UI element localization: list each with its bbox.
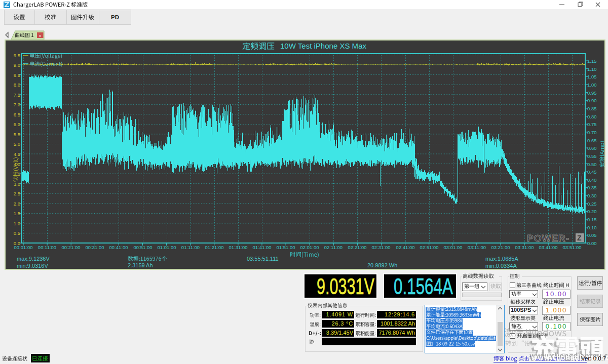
svg-text:02:11:00: 02:11:00 <box>324 245 343 250</box>
svg-text:01:51:00: 01:51:00 <box>277 245 295 250</box>
svg-text:7.5: 7.5 <box>14 92 20 98</box>
svg-text:02:21:00: 02:21:00 <box>348 245 367 250</box>
svg-text:5.5: 5.5 <box>14 132 20 137</box>
svg-text:0.65: 0.65 <box>587 138 597 143</box>
svg-text:4.5: 4.5 <box>14 151 20 157</box>
svg-text:0.15: 0.15 <box>587 217 597 222</box>
svg-text:0.05: 0.05 <box>587 232 597 238</box>
svg-text:03:31:00: 03:31:00 <box>515 245 534 250</box>
svg-text:2.5: 2.5 <box>14 191 20 196</box>
svg-text:1.0: 1.0 <box>14 221 20 226</box>
svg-text:0.50: 0.50 <box>587 161 597 167</box>
svg-text:03:21:00: 03:21:00 <box>491 245 510 250</box>
svg-text:1.00: 1.00 <box>587 82 597 88</box>
svg-text:0.70: 0.70 <box>587 130 597 135</box>
svg-text:0.90: 0.90 <box>587 98 597 103</box>
svg-text:0.10: 0.10 <box>587 225 597 230</box>
svg-text:Ver: 0.0.7: Ver: 0.0.7 <box>581 355 606 361</box>
svg-text:1.05: 1.05 <box>587 74 597 79</box>
svg-text:02:51:00: 02:51:00 <box>420 245 439 250</box>
svg-text:PD: PD <box>111 14 119 20</box>
svg-text:00:01:00: 00:01:00 <box>14 245 33 250</box>
svg-text:0.40: 0.40 <box>587 177 597 183</box>
svg-text:1.5: 1.5 <box>14 211 20 216</box>
svg-text:00:31:00: 00:31:00 <box>86 245 104 250</box>
svg-text:0.45: 0.45 <box>587 169 597 175</box>
svg-text:8.0: 8.0 <box>14 82 20 88</box>
svg-text:1.15: 1.15 <box>587 58 597 64</box>
svg-text:01:11:00: 01:11:00 <box>181 245 200 250</box>
svg-text:02:31:00: 02:31:00 <box>372 245 391 250</box>
svg-text:POWER-: POWER- <box>527 233 569 244</box>
svg-text:00:21:00: 00:21:00 <box>62 245 81 250</box>
svg-text:7.0: 7.0 <box>14 102 20 107</box>
svg-text:2.0: 2.0 <box>14 201 20 207</box>
svg-text:03:01:00: 03:01:00 <box>444 245 463 250</box>
svg-text:6.5: 6.5 <box>14 112 20 117</box>
svg-text:0.75: 0.75 <box>587 122 597 127</box>
svg-text:0.5: 0.5 <box>14 230 20 236</box>
svg-text:0.55: 0.55 <box>587 153 597 159</box>
svg-text:1.10: 1.10 <box>587 66 597 72</box>
svg-text:9.5: 9.5 <box>14 53 20 58</box>
svg-text:4.0: 4.0 <box>14 161 20 167</box>
svg-text:03:41:00: 03:41:00 <box>539 245 558 250</box>
svg-text:Z: Z <box>577 234 582 242</box>
svg-text:0.20: 0.20 <box>587 209 597 214</box>
svg-text:0.80: 0.80 <box>587 114 597 119</box>
svg-text:5.0: 5.0 <box>14 141 20 147</box>
svg-text:0.30: 0.30 <box>587 193 597 198</box>
svg-text:8.5: 8.5 <box>14 72 20 78</box>
svg-text:02:01:00: 02:01:00 <box>300 245 319 250</box>
svg-text:100SPS: 100SPS <box>511 307 531 313</box>
svg-text:0.00: 0.00 <box>587 240 597 246</box>
svg-text:03:11:00: 03:11:00 <box>468 245 486 250</box>
svg-text:0.95: 0.95 <box>587 90 597 96</box>
svg-text:0.35: 0.35 <box>587 185 597 190</box>
svg-text:9.0: 9.0 <box>14 62 20 68</box>
svg-text:01:41:00: 01:41:00 <box>253 245 272 250</box>
svg-text:6.0: 6.0 <box>14 122 20 127</box>
svg-text:03:51:00: 03:51:00 <box>563 245 582 250</box>
svg-text:01:01:00: 01:01:00 <box>158 245 176 250</box>
svg-text:10W Test iPhone XS Max: 10W Test iPhone XS Max <box>280 42 366 50</box>
svg-text:0.85: 0.85 <box>587 106 597 111</box>
svg-text:00:11:00: 00:11:00 <box>38 245 56 250</box>
svg-text:00:51:00: 00:51:00 <box>134 245 153 250</box>
svg-text:3.0: 3.0 <box>14 181 20 187</box>
svg-text:02:41:00: 02:41:00 <box>396 245 415 250</box>
svg-text:01:31:00: 01:31:00 <box>229 245 248 250</box>
svg-text:00:41:00: 00:41:00 <box>109 245 128 250</box>
svg-text:0.60: 0.60 <box>587 145 597 151</box>
svg-text:01:21:00: 01:21:00 <box>205 245 224 250</box>
svg-text:0.25: 0.25 <box>587 201 597 207</box>
